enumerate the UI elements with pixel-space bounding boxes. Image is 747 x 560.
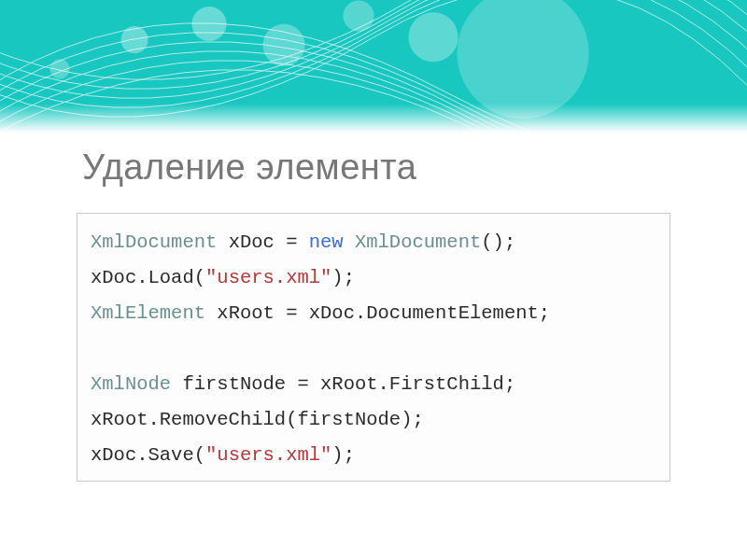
code-snippet-box: XmlDocument xDoc = new XmlDocument(); xD…: [77, 213, 670, 482]
code-string: "users.xml": [205, 444, 331, 466]
code-keyword: new: [309, 231, 344, 253]
code-token: );: [331, 444, 355, 466]
code-blank-line: [91, 338, 102, 359]
code-token: ();: [481, 231, 515, 253]
code-token: xRoot = xDoc.DocumentElement;: [205, 302, 550, 324]
code-token: xRoot.RemoveChild(firstNode);: [91, 409, 424, 430]
mesh-lines-icon: [0, 0, 747, 133]
code-token: firstNode = xRoot.FirstChild;: [171, 373, 515, 395]
code-snippet: XmlDocument xDoc = new XmlDocument(); xD…: [91, 225, 656, 473]
code-token: xDoc =: [217, 231, 308, 253]
code-token: XmlElement: [91, 302, 205, 324]
presentation-slide: Удаление элемента XmlDocument xDoc = new…: [0, 0, 747, 560]
code-token: XmlNode: [91, 373, 171, 395]
code-string: "users.xml": [205, 267, 331, 288]
code-token: );: [331, 267, 355, 288]
decorative-banner: [0, 0, 747, 133]
code-token: xDoc.Load(: [91, 267, 205, 288]
slide-title: Удаление элемента: [82, 147, 416, 188]
code-token: XmlDocument: [344, 231, 482, 253]
code-token: XmlDocument: [91, 231, 217, 253]
code-token: xDoc.Save(: [91, 444, 205, 466]
